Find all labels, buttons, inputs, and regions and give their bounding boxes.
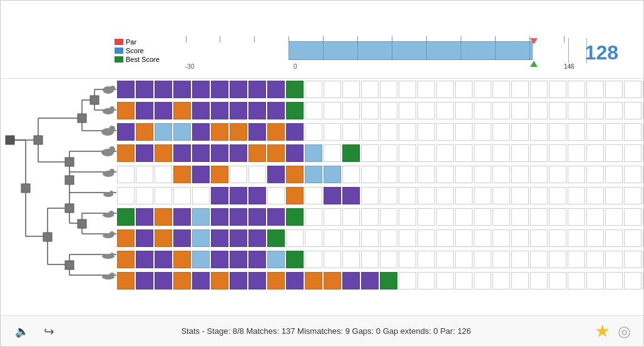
grid-cell[interactable] bbox=[493, 144, 510, 162]
grid-cell[interactable] bbox=[136, 166, 153, 183]
grid-cell[interactable] bbox=[305, 251, 322, 268]
grid-cell[interactable] bbox=[399, 229, 416, 247]
grid-cell[interactable] bbox=[211, 144, 228, 162]
grid-cell[interactable] bbox=[361, 251, 379, 268]
grid-cell[interactable] bbox=[286, 272, 304, 289]
grid-cell[interactable] bbox=[361, 144, 379, 162]
grid-cell[interactable] bbox=[155, 123, 172, 141]
grid-cell[interactable] bbox=[549, 251, 566, 268]
grid-cell[interactable] bbox=[643, 208, 643, 226]
grid-cell[interactable] bbox=[436, 229, 454, 247]
grid-cell[interactable] bbox=[474, 208, 491, 226]
grid-cell[interactable] bbox=[568, 102, 585, 119]
grid-cell[interactable] bbox=[211, 208, 228, 226]
grid-cell[interactable] bbox=[286, 102, 304, 119]
grid-cell[interactable] bbox=[305, 144, 322, 162]
grid-cell[interactable] bbox=[511, 123, 529, 141]
grid-cell[interactable] bbox=[474, 272, 491, 289]
grid-cell[interactable] bbox=[511, 187, 529, 204]
grid-cell[interactable] bbox=[530, 272, 548, 289]
grid-cell[interactable] bbox=[136, 81, 153, 98]
grid-cell[interactable] bbox=[568, 123, 585, 141]
grid-cell[interactable] bbox=[305, 187, 322, 204]
grid-cell[interactable] bbox=[530, 102, 548, 119]
grid-cell[interactable] bbox=[530, 208, 548, 226]
grid-cell[interactable] bbox=[455, 208, 473, 226]
grid-cell[interactable] bbox=[474, 229, 491, 247]
grid-cell[interactable] bbox=[474, 251, 491, 268]
grid-cell[interactable] bbox=[605, 187, 623, 204]
grid-cell[interactable] bbox=[474, 166, 491, 183]
grid-cell[interactable] bbox=[586, 229, 604, 247]
grid-cell[interactable] bbox=[511, 251, 529, 268]
grid-cell[interactable] bbox=[136, 251, 153, 268]
grid-cell[interactable] bbox=[549, 272, 566, 289]
grid-cell[interactable] bbox=[324, 123, 341, 141]
grid-cell[interactable] bbox=[586, 123, 604, 141]
grid-cell[interactable] bbox=[324, 102, 341, 119]
grid-cell[interactable] bbox=[436, 144, 454, 162]
grid-cell[interactable] bbox=[549, 208, 566, 226]
grid-cell[interactable] bbox=[605, 81, 623, 98]
grid-cell[interactable] bbox=[248, 123, 266, 141]
grid-cell[interactable] bbox=[643, 144, 643, 162]
export-button[interactable]: ↪ bbox=[40, 323, 58, 340]
grid-cell[interactable] bbox=[342, 251, 360, 268]
grid-cell[interactable] bbox=[568, 81, 585, 98]
grid-cell[interactable] bbox=[605, 229, 623, 247]
grid-cell[interactable] bbox=[173, 123, 191, 141]
grid-cell[interactable] bbox=[643, 81, 643, 98]
grid-cell[interactable] bbox=[267, 102, 285, 119]
grid-cell[interactable] bbox=[230, 123, 247, 141]
grid-cell[interactable] bbox=[643, 187, 643, 204]
grid-cell[interactable] bbox=[417, 187, 435, 204]
grid-cell[interactable] bbox=[267, 272, 285, 289]
grid-cell[interactable] bbox=[530, 251, 548, 268]
grid-cell[interactable] bbox=[286, 229, 304, 247]
grid-cell[interactable] bbox=[117, 251, 135, 268]
grid-cell[interactable] bbox=[305, 81, 322, 98]
grid-cell[interactable] bbox=[155, 102, 172, 119]
grid-cell[interactable] bbox=[117, 81, 135, 98]
grid-cell[interactable] bbox=[455, 166, 473, 183]
grid-cell[interactable] bbox=[493, 208, 510, 226]
grid-cell[interactable] bbox=[605, 144, 623, 162]
grid-cell[interactable] bbox=[286, 123, 304, 141]
grid-cell[interactable] bbox=[230, 272, 247, 289]
grid-cell[interactable] bbox=[305, 208, 322, 226]
grid-cell[interactable] bbox=[117, 272, 135, 289]
grid-cell[interactable] bbox=[417, 272, 435, 289]
grid-cell[interactable] bbox=[230, 229, 247, 247]
grid-cell[interactable] bbox=[324, 187, 341, 204]
grid-cell[interactable] bbox=[380, 123, 397, 141]
grid-cell[interactable] bbox=[474, 102, 491, 119]
grid-cell[interactable] bbox=[511, 229, 529, 247]
grid-cell[interactable] bbox=[173, 102, 191, 119]
grid-cell[interactable] bbox=[342, 123, 360, 141]
grid-cell[interactable] bbox=[192, 208, 210, 226]
grid-cell[interactable] bbox=[436, 81, 454, 98]
grid-cell[interactable] bbox=[211, 123, 228, 141]
grid-cell[interactable] bbox=[586, 208, 604, 226]
grid-cell[interactable] bbox=[117, 144, 135, 162]
grid-cell[interactable] bbox=[455, 102, 473, 119]
grid-cell[interactable] bbox=[549, 123, 566, 141]
grid-cell[interactable] bbox=[436, 102, 454, 119]
grid-cell[interactable] bbox=[267, 166, 285, 183]
grid-cell[interactable] bbox=[117, 229, 135, 247]
grid-cell[interactable] bbox=[474, 187, 491, 204]
grid-cell[interactable] bbox=[192, 187, 210, 204]
grid-cell[interactable] bbox=[530, 187, 548, 204]
grid-cell[interactable] bbox=[136, 229, 153, 247]
grid-cell[interactable] bbox=[211, 81, 228, 98]
grid-cell[interactable] bbox=[643, 102, 643, 119]
grid-cell[interactable] bbox=[586, 272, 604, 289]
grid-cell[interactable] bbox=[324, 166, 341, 183]
grid-cell[interactable] bbox=[248, 208, 266, 226]
grid-cell[interactable] bbox=[549, 81, 566, 98]
grid-cell[interactable] bbox=[511, 102, 529, 119]
grid-cell[interactable] bbox=[361, 123, 379, 141]
grid-cell[interactable] bbox=[643, 166, 643, 183]
grid-cell[interactable] bbox=[530, 123, 548, 141]
grid-cell[interactable] bbox=[248, 81, 266, 98]
